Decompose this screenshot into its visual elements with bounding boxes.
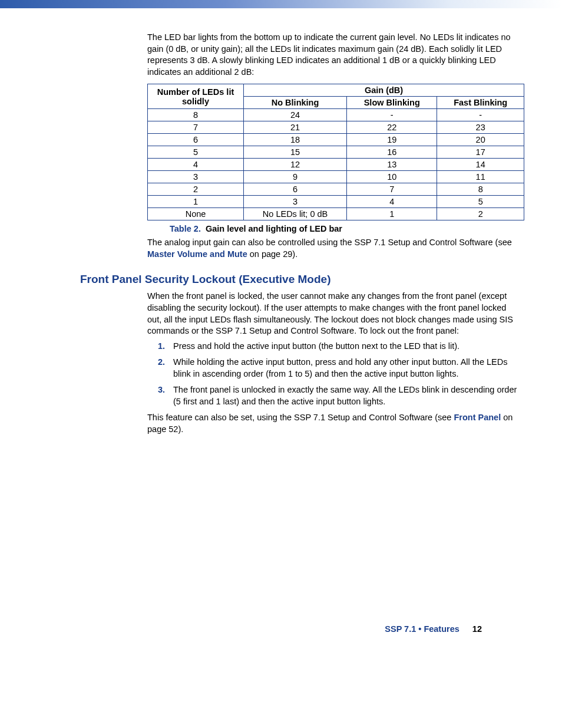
- list-item: 1.Press and hold the active input button…: [158, 341, 522, 353]
- table-row: NoneNo LEDs lit; 0 dB12: [148, 208, 524, 220]
- steps-list: 1.Press and hold the active input button…: [158, 341, 522, 408]
- table-cell: 4: [347, 196, 437, 208]
- table-cell: None: [148, 208, 244, 220]
- after-table-paragraph: The analog input gain can also be contro…: [147, 237, 516, 260]
- table-cell: 20: [437, 134, 524, 146]
- table-cell: 5: [148, 146, 244, 159]
- table-cell: 24: [244, 109, 347, 121]
- col-no-blinking: No Blinking: [244, 97, 347, 109]
- table-cell: 17: [437, 146, 524, 159]
- step-marker: 2.: [158, 357, 165, 368]
- table-row: 5151617: [148, 146, 524, 159]
- intro-paragraph: The LED bar lights from the bottom up to…: [147, 32, 516, 78]
- table-cell: 6: [244, 183, 347, 196]
- table-cell: 9: [244, 171, 347, 183]
- table-row: 391011: [148, 171, 524, 183]
- after-table-post: on page 29).: [247, 249, 297, 259]
- list-item: 2.While holding the active input button,…: [158, 357, 522, 380]
- table-row: 824--: [148, 109, 524, 121]
- table-cell: 13: [347, 159, 437, 171]
- page-footer: SSP 7.1 • Features 12: [40, 624, 522, 634]
- table-cell: 21: [244, 121, 347, 134]
- table-cell: 15: [244, 146, 347, 159]
- table-caption: Table 2. Gain level and lighting of LED …: [170, 224, 522, 233]
- lockout-intro: When the front panel is locked, the user…: [147, 291, 516, 337]
- footer-doc-title: SSP 7.1 • Features: [385, 624, 459, 634]
- table-row: 7212223: [148, 121, 524, 134]
- header-accent-bar: [0, 0, 562, 8]
- table-cell: 8: [148, 109, 244, 121]
- after-table-pre: The analog input gain can also be contro…: [147, 238, 512, 247]
- table-cell: 7: [347, 183, 437, 196]
- table-row: 1345: [148, 196, 524, 208]
- table-cell: -: [437, 109, 524, 121]
- table-cell: 10: [347, 171, 437, 183]
- table-cell: 11: [437, 171, 524, 183]
- step-text: Press and hold the active input button (…: [173, 341, 459, 351]
- col-slow-blinking: Slow Blinking: [347, 97, 437, 109]
- step-marker: 3.: [158, 384, 165, 396]
- table-row: 6181920: [148, 134, 524, 146]
- col-leds: Number of LEDs lit solidly: [148, 84, 244, 109]
- table-row: 2678: [148, 183, 524, 196]
- table-cell: 22: [347, 121, 437, 134]
- list-item: 3.The front panel is unlocked in exactly…: [158, 384, 522, 407]
- table-cell: 2: [148, 183, 244, 196]
- table-cell: 12: [244, 159, 347, 171]
- table-cell: -: [347, 109, 437, 121]
- page-content: The LED bar lights from the bottom up to…: [0, 32, 562, 634]
- table-cell: 14: [437, 159, 524, 171]
- table-cell: 16: [347, 146, 437, 159]
- table-row: 4121314: [148, 159, 524, 171]
- table-cell: 1: [347, 208, 437, 220]
- table-cell: 7: [148, 121, 244, 134]
- col-fast-blinking: Fast Blinking: [437, 97, 524, 109]
- closing-pre: This feature can also be set, using the …: [147, 413, 454, 422]
- table-cell: 4: [148, 159, 244, 171]
- section-heading-lockout: Front Panel Security Lockout (Executive …: [80, 273, 522, 286]
- table-cell: 19: [347, 134, 437, 146]
- table-cell: 3: [148, 171, 244, 183]
- table-cell: 3: [244, 196, 347, 208]
- footer-page-number: 12: [472, 624, 482, 634]
- closing-paragraph: This feature can also be set, using the …: [147, 412, 516, 435]
- link-master-volume[interactable]: Master Volume and Mute: [147, 249, 247, 259]
- table-cell: 1: [148, 196, 244, 208]
- col-gain: Gain (dB): [244, 84, 524, 97]
- step-text: The front panel is unlocked in exactly t…: [173, 385, 517, 406]
- table-cell: 8: [437, 183, 524, 196]
- caption-label: Table 2.: [170, 224, 201, 233]
- table-cell: 2: [437, 208, 524, 220]
- caption-text: Gain level and lighting of LED bar: [206, 224, 342, 233]
- table-cell: 6: [148, 134, 244, 146]
- table-cell: 23: [437, 121, 524, 134]
- table-cell: 5: [437, 196, 524, 208]
- step-text: While holding the active input button, p…: [173, 357, 507, 378]
- step-marker: 1.: [158, 341, 165, 353]
- gain-table: Number of LEDs lit solidly Gain (dB) No …: [147, 84, 524, 220]
- table-cell: No LEDs lit; 0 dB: [244, 208, 347, 220]
- link-front-panel[interactable]: Front Panel: [454, 413, 501, 422]
- table-cell: 18: [244, 134, 347, 146]
